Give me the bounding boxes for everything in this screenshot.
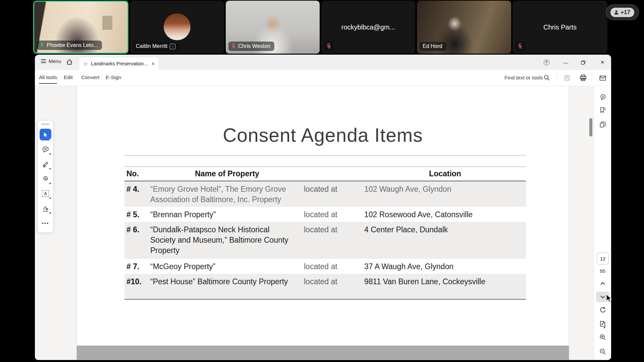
header-location: Location (364, 169, 526, 179)
minimize-button[interactable]: — (562, 59, 570, 66)
mic-on-icon (40, 42, 44, 48)
restore-button[interactable] (579, 59, 587, 66)
print-button[interactable] (579, 74, 587, 82)
table-header-row: No. Name of Property Location (124, 167, 526, 181)
comments-panel-button[interactable] (599, 94, 606, 101)
row-location: 4 Center Place, Dundalk (364, 225, 526, 235)
participant-tile-rocky[interactable]: rockyblbca@gm... (321, 1, 415, 54)
pdf-page: Consent Agenda Items No. Name of Propert… (76, 86, 569, 360)
text-box-icon: A (42, 190, 49, 197)
home-icon (66, 58, 73, 66)
drag-handle[interactable] (41, 123, 50, 125)
tab-convert[interactable]: Convert (81, 74, 99, 80)
participant-label (515, 41, 525, 51)
agenda-table: No. Name of Property Location # 4. “Emor… (124, 167, 526, 300)
bookmarks-panel-button[interactable] (599, 106, 606, 114)
acrobat-window: Menu ☆ Landmarks Preservation... ✕ ? — ✕… (35, 55, 611, 360)
tab-esign[interactable]: E-Sign (106, 74, 121, 80)
find-text-button[interactable]: Find text or tools (504, 75, 543, 81)
fit-page-button[interactable] (599, 320, 606, 327)
close-window-button[interactable]: ✕ (599, 59, 606, 66)
mic-muted-icon (327, 43, 331, 49)
help-icon: ? (544, 60, 549, 65)
star-icon[interactable]: ☆ (83, 61, 88, 67)
row-name: “McGeoy Property” (150, 261, 304, 272)
comments-icon (599, 94, 606, 101)
lasso-tool-button[interactable] (40, 173, 51, 185)
header-no: No. (124, 169, 150, 179)
chevron-up-icon (600, 281, 606, 286)
tab-edit[interactable]: Edit (64, 74, 73, 80)
tab-all-tools[interactable]: All tools (39, 74, 57, 80)
divider (592, 73, 592, 82)
email-button[interactable] (599, 74, 606, 82)
document-tab[interactable]: ☆ Landmarks Preservation... ✕ (79, 57, 158, 70)
email-icon (599, 74, 606, 82)
row-name: “Brennan Property” (150, 209, 304, 220)
pages-panel-button[interactable] (599, 121, 606, 128)
titlebar: Menu ☆ Landmarks Preservation... ✕ ? — ✕ (35, 55, 611, 70)
table-row: # 6. “Dundalk-Patapsco Neck Historical S… (124, 222, 526, 259)
signature-icon (42, 205, 49, 212)
right-sidebar: 12 95 (594, 86, 611, 360)
row-location: 102 Waugh Ave, Glyndon (364, 184, 526, 194)
row-no: #10. (124, 277, 150, 287)
cursor-icon (43, 132, 49, 138)
hamburger-icon (41, 59, 46, 63)
select-tool-button[interactable] (40, 129, 51, 140)
highlight-tool-button[interactable] (40, 158, 51, 170)
zoom-out-button[interactable] (599, 348, 606, 355)
more-tools-button[interactable]: ••• (40, 217, 51, 229)
row-no: # 7. (124, 261, 150, 272)
participant-name: Caitlin Merritt (136, 43, 167, 49)
row-rel: located at (304, 209, 364, 220)
restore-icon (580, 60, 586, 65)
divider (124, 155, 526, 156)
participant-label: Ed Hord (420, 42, 446, 51)
screen: Phoebe Evans Leto... Caitlin Merritt ↑ C… (0, 0, 644, 362)
participant-name: rockyblbca@gm... (321, 1, 415, 54)
vertical-scrollbar[interactable] (589, 118, 592, 136)
participant-tile-chris-weston[interactable]: Chris Weston (226, 1, 320, 54)
participant-tile-caitlin[interactable]: Caitlin Merritt ↑ (130, 1, 224, 54)
table-row: # 7. “McGeoy Property” located at 37 A W… (124, 259, 526, 274)
menu-button[interactable]: Menu (41, 58, 61, 64)
help-button[interactable]: ? (543, 59, 550, 66)
ellipsis-icon: ••• (42, 220, 49, 226)
home-button[interactable] (66, 58, 73, 66)
quick-toolbar: All tools Edit Convert E-Sign Find text … (35, 70, 611, 86)
row-no: # 4. (124, 184, 150, 194)
zoom-in-button[interactable] (599, 334, 606, 341)
zoom-in-icon (599, 334, 606, 341)
page-footer-band (77, 346, 569, 360)
row-rel: located at (304, 184, 364, 194)
comment-tool-button[interactable] (40, 143, 51, 155)
pages-icon (599, 121, 606, 128)
fill-sign-tool-button[interactable] (40, 202, 51, 214)
document-area: Consent Agenda Items No. Name of Propert… (35, 86, 611, 360)
chevron-down-icon (600, 295, 606, 299)
participants-icon (613, 9, 619, 15)
comment-icon (42, 146, 49, 153)
row-rel: located at (304, 261, 364, 272)
mic-muted-icon (518, 43, 522, 49)
participant-name: Ed Hord (423, 43, 442, 49)
more-participants-button[interactable]: +17 (606, 4, 639, 20)
save-button[interactable] (564, 74, 571, 81)
left-tool-panel: A ••• (38, 120, 53, 233)
pdf-viewer[interactable]: Consent Agenda Items No. Name of Propert… (35, 86, 594, 360)
participant-tile-phoebe[interactable]: Phoebe Evans Leto... (33, 1, 128, 54)
search-icon[interactable] (543, 74, 550, 81)
text-box-tool-button[interactable]: A (40, 188, 51, 199)
participant-tile-chris-parts[interactable]: Chris Parts (513, 1, 607, 54)
share-screen-icon: ↑ (170, 44, 175, 49)
rotate-page-button[interactable] (599, 306, 606, 313)
tab-close-icon[interactable]: ✕ (151, 61, 155, 66)
previous-page-button[interactable] (600, 281, 606, 286)
participant-tile-ed-hord[interactable]: Ed Hord (417, 1, 511, 54)
current-page-input[interactable]: 12 (597, 252, 609, 264)
table-row: #10. “Pest House” Baltimore County Prope… (124, 274, 526, 299)
avatar (164, 13, 191, 40)
row-no: # 5. (124, 209, 150, 220)
tab-title: Landmarks Preservation... (91, 61, 148, 66)
